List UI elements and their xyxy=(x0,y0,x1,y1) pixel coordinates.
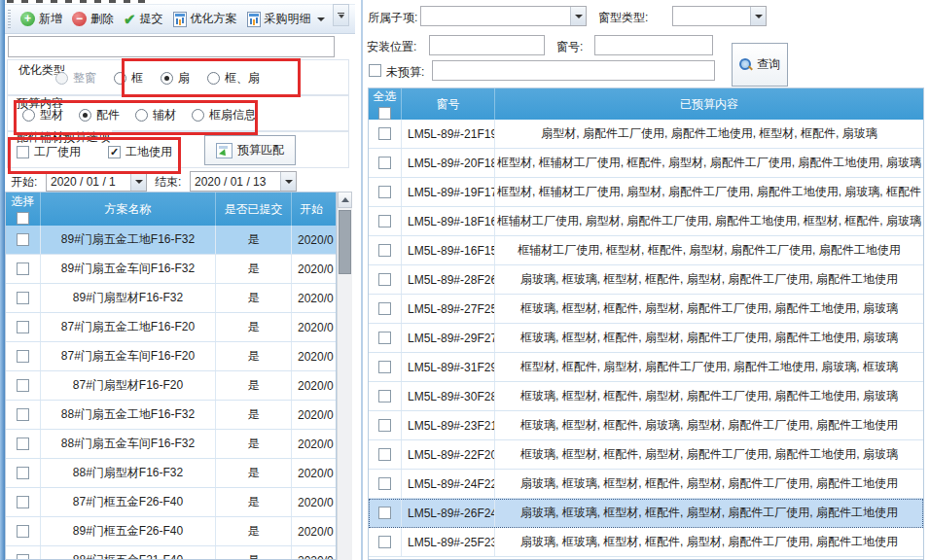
scrollbar-thumb[interactable] xyxy=(339,210,351,274)
chevron-down-icon[interactable] xyxy=(130,172,146,191)
toolbar-button-4[interactable]: 优化方案 xyxy=(168,8,242,30)
checkbox[interactable] xyxy=(17,262,29,275)
table-row[interactable]: LM5L-89#-30F28框玻璃, 框型材, 框配件, 扇型材, 扇配件工厂使… xyxy=(369,382,923,411)
budget-match-button[interactable]: 预算匹配 xyxy=(204,135,296,165)
checkbox[interactable] xyxy=(17,438,29,450)
checkbox[interactable] xyxy=(378,244,391,257)
chevron-down-icon[interactable] xyxy=(280,172,296,191)
install-pos-input[interactable] xyxy=(429,35,545,55)
checkbox[interactable] xyxy=(378,215,391,228)
radio-option[interactable]: 整窗 xyxy=(55,70,96,87)
panel-splitter[interactable] xyxy=(355,0,367,560)
radio-option[interactable]: 配件 xyxy=(79,107,120,123)
table-row[interactable]: LM5L-89#-25F23扇玻璃, 框玻璃, 框型材, 框配件, 扇型材, 扇… xyxy=(369,528,923,557)
table-row[interactable]: 89#门扇五金工地F16-F32是2020/0 xyxy=(6,226,336,255)
checkbox[interactable] xyxy=(17,467,29,479)
radio-option[interactable]: 扇 xyxy=(161,70,190,87)
table-row[interactable]: LM5L-89#-26F24扇玻璃, 框玻璃, 框型材, 框配件, 扇型材, 扇… xyxy=(369,499,923,528)
table-row[interactable]: 87#门扇五金车间F16-F20是2020/0 xyxy=(6,342,336,371)
checkbox[interactable] xyxy=(378,536,391,548)
table-row[interactable]: 88#门扇五金车间F16-F32是2020/0 xyxy=(6,430,336,459)
table-row[interactable]: 89#门扇型材F16-F32是2020/0 xyxy=(6,284,336,313)
no-budget-input[interactable] xyxy=(432,60,715,81)
table-row[interactable]: LM5L-89#-21F19扇型材, 扇配件工厂使用, 扇配件工地使用, 框型材… xyxy=(369,120,923,149)
table-row[interactable]: LM5L-89#-23F21框玻璃, 框型材, 框配件, 扇玻璃, 扇型材, 扇… xyxy=(369,411,923,440)
table-row[interactable]: 89#门框五金F26-F40是2020/0 xyxy=(6,517,336,546)
scroll-up-button[interactable] xyxy=(338,192,352,208)
checkbox[interactable] xyxy=(378,273,391,286)
table-row[interactable]: LM5L-89#-27F25框玻璃, 框型材, 框配件, 扇型材, 扇配件工厂使… xyxy=(369,295,923,324)
checkbox[interactable] xyxy=(17,554,29,560)
table-row[interactable]: LM5L-89#-24F22扇玻璃, 框玻璃, 框型材, 框配件, 扇型材, 扇… xyxy=(369,470,923,499)
toolbar-button-label: 采购明细 xyxy=(265,11,311,27)
toolbar-grip[interactable] xyxy=(8,10,11,29)
table-row[interactable]: 88#门扇五金工地F16-F32是2020/0 xyxy=(6,401,336,430)
checkbox[interactable] xyxy=(378,390,391,402)
checkbox[interactable] xyxy=(378,186,391,198)
table-row[interactable]: LM5L-89#-28F26扇玻璃, 框玻璃, 框型材, 框配件, 扇型材, 扇… xyxy=(369,265,923,295)
start-date-cell: 2020/0 xyxy=(292,517,336,545)
table-row[interactable]: LM5L-89#-29F27框玻璃, 框型材, 框配件, 扇型材, 扇配件工厂使… xyxy=(369,324,923,353)
query-button[interactable]: 查询 xyxy=(732,43,788,87)
checkbox[interactable] xyxy=(378,157,391,169)
toolbar-button-5[interactable]: 采购明细 xyxy=(242,8,330,30)
checkbox[interactable] xyxy=(17,350,29,363)
table-row[interactable]: 88#门扇型材F16-F32是2020/0 xyxy=(6,459,336,488)
no-budget-checkbox[interactable] xyxy=(369,64,381,77)
table-row[interactable]: 87#门框五金F26-F40是2020/0 xyxy=(6,488,336,517)
table-row[interactable]: 87#门扇五金工地F16-F20是2020/0 xyxy=(6,313,336,342)
checkbox[interactable] xyxy=(17,496,29,508)
radio-option[interactable]: 框扇信息 xyxy=(192,107,256,123)
checkbox[interactable] xyxy=(378,332,391,344)
sub-item-combobox[interactable] xyxy=(420,6,587,26)
table-row[interactable]: LM5L-89#-16F15框辅材工厂使用, 框型材, 框配件, 扇型材, 扇配… xyxy=(369,236,923,265)
checkbox[interactable] xyxy=(378,302,391,315)
table-row[interactable]: LM5L-89#-19F17框型材, 框辅材工厂使用, 扇型材, 扇配件工厂使用… xyxy=(369,178,923,207)
checkbox[interactable] xyxy=(17,233,29,246)
toolbar-button-1[interactable]: 新增 xyxy=(16,8,67,30)
radio-option[interactable]: 型材 xyxy=(22,107,63,123)
toolbar-button-2[interactable]: 删除 xyxy=(67,8,119,30)
radio-icon xyxy=(79,109,91,122)
checkbox[interactable] xyxy=(378,448,391,461)
checkbox[interactable] xyxy=(378,361,391,373)
radio-label: 框扇信息 xyxy=(209,107,256,123)
checkbox[interactable] xyxy=(378,127,391,140)
checkbox[interactable] xyxy=(17,408,29,421)
radio-option[interactable]: 框 xyxy=(114,70,143,87)
table-row[interactable]: 87#门扇型材F16-F20是2020/0 xyxy=(6,371,336,401)
usage-checkbox-option[interactable]: 工地使用 xyxy=(108,144,172,160)
date-start-picker[interactable]: 2020 / 01 / 1 xyxy=(46,171,147,192)
usage-checkbox-option[interactable]: 工厂使用 xyxy=(17,144,81,160)
select-all-checkbox[interactable] xyxy=(378,107,391,120)
table-row[interactable]: LM5L-89#-22F20框玻璃, 框型材, 框配件, 扇型材, 扇配件工厂使… xyxy=(369,440,923,470)
checkbox[interactable] xyxy=(17,525,29,538)
checkbox[interactable] xyxy=(378,507,391,519)
table-row[interactable]: 88#门框五金F21-F40是2020/0 xyxy=(6,546,336,560)
plan-search-input[interactable] xyxy=(8,36,335,57)
table-row[interactable]: LM5L-89#-18F16框辅材工厂使用, 扇型材, 扇配件工厂使用, 扇配件… xyxy=(369,207,923,236)
plan-table-scrollbar[interactable] xyxy=(337,192,352,560)
budgeted-cell: 框玻璃, 框型材, 框配件, 扇型材, 扇配件工厂使用, 扇配件工地使用, 扇玻… xyxy=(495,295,923,323)
radio-option[interactable]: 框、扇 xyxy=(207,70,260,87)
radio-option[interactable]: 辅材 xyxy=(135,107,176,123)
chevron-down-icon[interactable] xyxy=(750,7,766,25)
date-end-picker[interactable]: 2020 / 01 / 13 xyxy=(190,171,297,192)
window-type-combobox[interactable] xyxy=(672,6,767,26)
toolbar-button-3[interactable]: 提交 xyxy=(119,8,168,31)
checkbox[interactable] xyxy=(17,292,29,304)
plan-table: 选择 方案名称 是否已提交 开始 89#门扇五金工地F16-F32是2020/0… xyxy=(5,192,337,560)
table-row[interactable]: 89#门扇五金车间F16-F32是2020/0 xyxy=(6,255,336,284)
select-all-checkbox[interactable] xyxy=(17,212,29,225)
checkbox[interactable] xyxy=(378,477,391,490)
window-no-input[interactable] xyxy=(594,35,713,55)
checkbox[interactable] xyxy=(17,146,29,158)
toolbar-overflow-button[interactable] xyxy=(333,4,349,26)
table-row[interactable]: LM5L-89#-20F18框型材, 框辅材工厂使用, 框配件, 扇型材, 扇配… xyxy=(369,149,923,178)
checkbox[interactable] xyxy=(17,379,29,392)
checkbox[interactable] xyxy=(108,146,121,158)
table-row[interactable]: LM5L-89#-31F29框型材, 框配件, 扇型材, 扇配件工厂使用, 扇配… xyxy=(369,353,923,382)
chevron-down-icon[interactable] xyxy=(570,7,586,25)
checkbox[interactable] xyxy=(17,321,29,333)
checkbox[interactable] xyxy=(378,419,391,432)
